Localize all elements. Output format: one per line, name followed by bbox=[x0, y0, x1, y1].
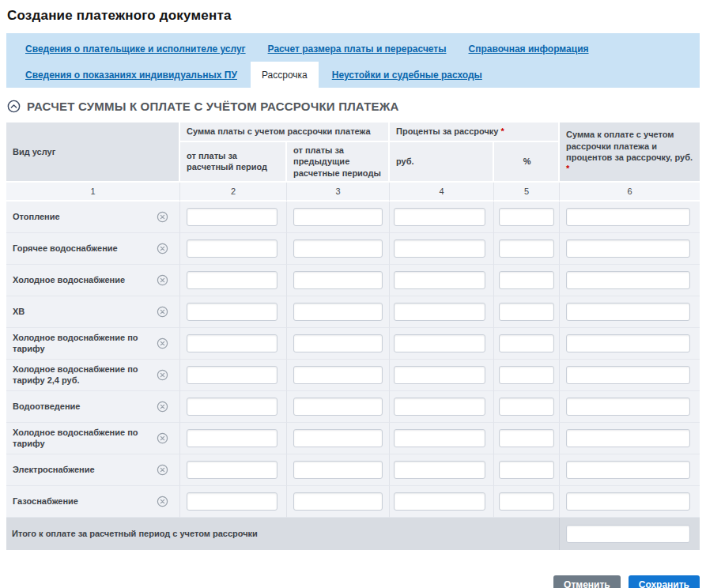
table-row: ХВ bbox=[6, 296, 700, 328]
interest-percent-input[interactable] bbox=[499, 208, 554, 226]
interest-percent-input[interactable] bbox=[499, 492, 554, 511]
previous-periods-amount-input[interactable] bbox=[293, 398, 383, 416]
tab-payment-calculation[interactable]: Расчет размера платы и перерасчеты bbox=[268, 43, 447, 55]
required-mark: * bbox=[501, 126, 504, 136]
total-payable-input[interactable] bbox=[566, 334, 690, 352]
total-payable-input[interactable] bbox=[566, 271, 690, 289]
interest-rub-input[interactable] bbox=[394, 239, 485, 258]
current-period-amount-input[interactable] bbox=[187, 271, 277, 289]
interest-rub-input[interactable] bbox=[394, 398, 485, 416]
service-label: Отопление bbox=[13, 211, 65, 223]
previous-periods-amount-input[interactable] bbox=[293, 366, 383, 384]
total-sum-input[interactable] bbox=[566, 525, 690, 543]
remove-service-icon[interactable] bbox=[157, 496, 168, 507]
total-row: Итого к оплате за расчетный период с уче… bbox=[6, 518, 700, 550]
total-payable-input[interactable] bbox=[566, 461, 690, 479]
interest-rub-input[interactable] bbox=[394, 271, 485, 289]
table-row: Холодное водоснабжение по тарифу bbox=[6, 328, 700, 360]
table-row: Холодное водоснабжение по тарифу bbox=[6, 423, 700, 454]
table-row: Газоснабжение bbox=[6, 486, 700, 518]
col-header-previous-periods-label: от платы за предыдущие расчетные периоды bbox=[293, 145, 381, 178]
current-period-amount-input[interactable] bbox=[187, 366, 277, 384]
interest-percent-input[interactable] bbox=[499, 303, 554, 321]
current-period-amount-input[interactable] bbox=[187, 334, 277, 352]
total-payable-input[interactable] bbox=[566, 429, 690, 447]
table-row: Горячее водоснабжение bbox=[6, 233, 700, 265]
col-group-payment-label: Сумма платы с учетом рассрочки платежа bbox=[187, 126, 371, 136]
col-header-percent-label: % bbox=[523, 156, 531, 166]
total-payable-input[interactable] bbox=[566, 398, 690, 416]
service-label: Водоотведение bbox=[13, 401, 85, 413]
cancel-button[interactable]: Отменить bbox=[553, 575, 621, 588]
table-row: Электроснабжение bbox=[6, 454, 700, 486]
remove-service-icon[interactable] bbox=[157, 464, 168, 476]
tab-penalties-and-court-costs[interactable]: Неустойки и судебные расходы bbox=[332, 70, 482, 81]
remove-service-icon[interactable] bbox=[157, 369, 168, 381]
total-payable-input[interactable] bbox=[566, 208, 690, 226]
current-period-amount-input[interactable] bbox=[187, 208, 277, 226]
installment-table: Вид услуг Сумма платы с учетом рассрочки… bbox=[6, 122, 700, 550]
save-button[interactable]: Сохранить bbox=[629, 575, 700, 588]
tab-row-1: Сведения о плательщике и исполнителе усл… bbox=[25, 36, 700, 62]
total-payable-input[interactable] bbox=[566, 303, 690, 321]
current-period-amount-input[interactable] bbox=[187, 429, 277, 447]
remove-service-icon[interactable] bbox=[157, 337, 168, 349]
interest-rub-input[interactable] bbox=[394, 429, 485, 447]
previous-periods-amount-input[interactable] bbox=[293, 461, 383, 479]
interest-rub-input[interactable] bbox=[394, 208, 485, 226]
service-label: Холодное водоснабжение по тарифу 2,4 руб… bbox=[13, 364, 157, 387]
previous-periods-amount-input[interactable] bbox=[293, 208, 383, 226]
interest-percent-input[interactable] bbox=[499, 334, 554, 352]
service-label: Газоснабжение bbox=[13, 496, 83, 507]
tab-payer-and-provider-info[interactable]: Сведения о плательщике и исполнителе усл… bbox=[25, 43, 246, 55]
column-number: 1 bbox=[6, 183, 180, 202]
current-period-amount-input[interactable] bbox=[187, 239, 277, 258]
current-period-amount-input[interactable] bbox=[187, 461, 277, 479]
remove-service-icon[interactable] bbox=[157, 306, 168, 318]
tab-reference-info[interactable]: Справочная информация bbox=[469, 43, 589, 55]
col-header-rub: руб. bbox=[390, 142, 494, 183]
interest-rub-input[interactable] bbox=[394, 334, 485, 352]
previous-periods-amount-input[interactable] bbox=[293, 303, 383, 321]
interest-percent-input[interactable] bbox=[499, 429, 554, 447]
interest-percent-input[interactable] bbox=[499, 461, 554, 479]
interest-rub-input[interactable] bbox=[394, 492, 485, 511]
current-period-amount-input[interactable] bbox=[187, 398, 277, 416]
remove-service-icon[interactable] bbox=[157, 211, 168, 223]
previous-periods-amount-input[interactable] bbox=[293, 271, 383, 289]
interest-percent-input[interactable] bbox=[499, 398, 554, 416]
tab-installment-active[interactable]: Рассрочка bbox=[251, 62, 319, 88]
total-payable-input[interactable] bbox=[566, 492, 690, 511]
tab-individual-meter-readings[interactable]: Сведения о показаниях индивидуальных ПУ bbox=[25, 70, 237, 81]
table-row: Водоотведение bbox=[6, 391, 700, 423]
previous-periods-amount-input[interactable] bbox=[293, 429, 383, 447]
service-label: Горячее водоснабжение bbox=[13, 243, 123, 254]
tab-bar: Сведения о плательщике и исполнителе усл… bbox=[6, 33, 700, 88]
current-period-amount-input[interactable] bbox=[187, 492, 277, 511]
interest-percent-input[interactable] bbox=[499, 271, 554, 289]
interest-rub-input[interactable] bbox=[394, 303, 485, 321]
col-header-rub-label: руб. bbox=[396, 156, 414, 166]
previous-periods-amount-input[interactable] bbox=[293, 334, 383, 352]
col-group-payment-with-installment: Сумма платы с учетом рассрочки платежа bbox=[180, 122, 390, 142]
current-period-amount-input[interactable] bbox=[187, 303, 277, 321]
interest-rub-input[interactable] bbox=[394, 366, 485, 384]
collapse-section-icon[interactable] bbox=[7, 100, 21, 113]
col-header-percent: % bbox=[494, 142, 560, 183]
required-mark: * bbox=[566, 164, 569, 173]
total-payable-input[interactable] bbox=[566, 239, 690, 258]
page: Создание платежного документа Сведения о… bbox=[6, 8, 700, 588]
column-numbers-row: 1 2 3 4 5 6 bbox=[6, 183, 700, 202]
remove-service-icon[interactable] bbox=[157, 243, 168, 254]
previous-periods-amount-input[interactable] bbox=[293, 239, 383, 258]
total-payable-input[interactable] bbox=[566, 366, 690, 384]
interest-rub-input[interactable] bbox=[394, 461, 485, 479]
remove-service-icon[interactable] bbox=[157, 401, 168, 413]
section-title: РАСЧЕТ СУММЫ К ОПЛАТЕ С УЧЁТОМ РАССРОЧКИ… bbox=[27, 100, 399, 113]
col-header-previous-periods: от платы за предыдущие расчетные периоды bbox=[287, 142, 390, 183]
interest-percent-input[interactable] bbox=[499, 366, 554, 384]
previous-periods-amount-input[interactable] bbox=[293, 492, 383, 511]
remove-service-icon[interactable] bbox=[157, 274, 168, 286]
interest-percent-input[interactable] bbox=[499, 239, 554, 258]
remove-service-icon[interactable] bbox=[157, 432, 168, 444]
